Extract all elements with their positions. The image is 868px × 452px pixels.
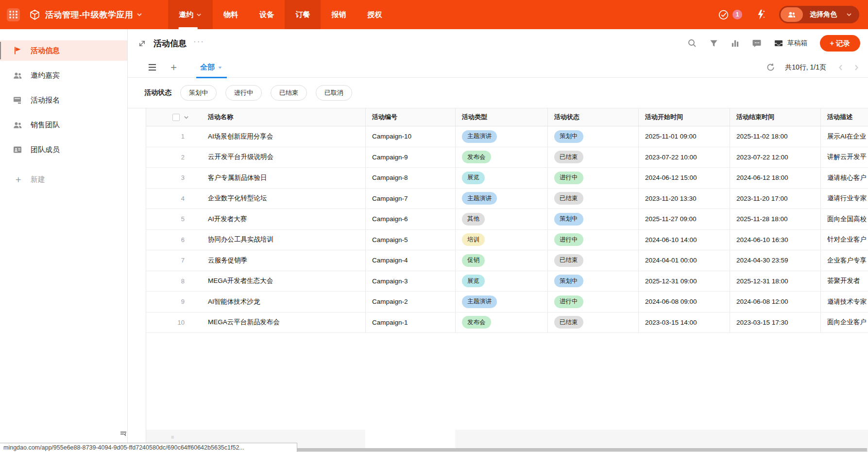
cell-start-time: 2025-11-01 09:00	[638, 126, 730, 147]
select-role-button[interactable]: 选择角色	[779, 6, 859, 23]
select-all-checkbox[interactable]	[172, 114, 180, 121]
nav-tab-3[interactable]: 设备	[249, 0, 285, 29]
ai-assistant-icon[interactable]	[755, 9, 766, 20]
type-tag: 发布会	[462, 316, 491, 329]
table-row[interactable]: 7云服务促销季Campaign-4促销已结束2024-04-01 00:0020…	[146, 250, 868, 271]
cell-activity-status: 进行中	[547, 292, 638, 312]
sidebar-item-1[interactable]: 活动信息	[0, 40, 127, 61]
summary-icon: ≡	[171, 434, 174, 440]
cell-end-time: 2025-11-28 18:00	[730, 209, 820, 229]
nav-caret-icon	[196, 12, 202, 18]
app-logo-icon[interactable]	[29, 9, 41, 21]
cell-activity-name: 客户专属新品体验日	[202, 174, 365, 182]
row-number: 9	[151, 298, 185, 305]
select-role-label: 选择角色	[810, 10, 837, 19]
draft-box-icon	[774, 38, 783, 48]
active-item-bar	[0, 42, 1, 59]
form-icon	[13, 95, 23, 105]
nav-tab-5[interactable]: 报销	[321, 0, 357, 29]
tab-all-records[interactable]: 全部	[200, 57, 223, 78]
status-tag: 进行中	[554, 296, 583, 308]
column-header-2[interactable]: 活动编号	[365, 108, 455, 126]
column-header-6[interactable]: 活动结束时间	[730, 108, 820, 126]
statistics-icon[interactable]	[731, 39, 740, 48]
filter-chip-4[interactable]: 已取消	[316, 85, 352, 101]
cell-activity-status: 已结束	[547, 189, 638, 209]
app-section-nav: 邀约物料设备订餐报销授权	[168, 0, 392, 29]
new-record-button[interactable]: + 记录	[820, 35, 861, 52]
cell-activity-code: Campaign-4	[365, 250, 455, 271]
nav-tab-label: 设备	[259, 10, 274, 19]
new-worksheet-button[interactable]: ＋ 新建	[0, 170, 127, 189]
quick-filter-bar: 活动状态 策划中进行中已结束已取消	[128, 78, 868, 108]
cell-activity-type: 发布会	[455, 313, 547, 333]
column-header-7[interactable]: 活动描述	[820, 108, 868, 126]
column-header-1[interactable]: 活动名称	[202, 113, 365, 122]
cell-start-time: 2025-12-31 09:00	[638, 271, 730, 292]
nav-tab-1[interactable]: 邀约	[168, 0, 213, 29]
status-tag: 已结束	[554, 254, 583, 267]
cell-activity-name: MEGA开发者生态大会	[202, 277, 365, 285]
filter-chip-1[interactable]: 策划中	[180, 85, 217, 101]
cell-end-time: 2025-12-31 18:00	[730, 271, 820, 292]
next-page-icon[interactable]	[852, 64, 860, 71]
app-switch-caret-icon[interactable]	[136, 11, 143, 18]
column-header-5[interactable]: 活动开始时间	[638, 108, 730, 126]
expand-icon[interactable]	[137, 39, 147, 48]
table-row[interactable]: 8MEGA开发者生态大会Campaign-3展览策划中2025-12-31 09…	[146, 271, 868, 292]
column-header-4[interactable]: 活动状态	[547, 108, 638, 126]
plus-icon: ＋	[14, 173, 23, 186]
table-row[interactable]: 2云开发平台升级说明会Campaign-9发布会已结束2023-07-22 10…	[146, 147, 868, 168]
cell-activity-name: MEGA云平台新品发布会	[202, 318, 365, 327]
row-select-cell: 8	[146, 278, 202, 285]
top-app-bar: 活动管理-中级教学应用 邀约物料设备订餐报销授权 1 选择角色	[0, 0, 868, 29]
filter-field-label: 活动状态	[144, 88, 171, 97]
sidebar-item-3[interactable]: 活动报名	[0, 90, 127, 110]
cell-end-time: 2024-06-10 16:30	[730, 230, 820, 250]
refresh-icon[interactable]	[766, 63, 775, 72]
table-row[interactable]: 3客户专属新品体验日Campaign-8展览进行中2024-06-12 15:0…	[146, 168, 868, 189]
sidebar-item-4[interactable]: 销售团队	[0, 115, 127, 135]
app-grid-icon[interactable]	[7, 8, 20, 21]
column-header-3[interactable]: 活动类型	[455, 108, 547, 126]
table-row[interactable]: 4企业数字化转型论坛Campaign-7主题演讲已结束2023-11-20 13…	[146, 189, 868, 209]
table-row[interactable]: 1AI场景创新应用分享会Campaign-10主题演讲策划中2025-11-01…	[146, 126, 868, 147]
cell-activity-name: 云开发平台升级说明会	[202, 153, 365, 161]
cell-activity-status: 进行中	[547, 168, 638, 188]
grid-summary-cell[interactable]	[455, 430, 868, 448]
collapse-sidebar-icon[interactable]	[119, 431, 127, 437]
cell-end-time: 2023-11-20 17:00	[730, 189, 820, 209]
nav-tab-label: 授权	[367, 10, 382, 19]
nav-tab-label: 订餐	[295, 10, 310, 19]
cell-description: 针对企业客户	[820, 230, 868, 250]
draft-box-button[interactable]: 草稿箱	[774, 38, 808, 48]
sidebar-item-2[interactable]: 邀约嘉宾	[0, 65, 127, 86]
header-caret-icon[interactable]	[183, 114, 189, 121]
filter-chip-2[interactable]: 进行中	[225, 85, 262, 101]
nav-tab-6[interactable]: 授权	[357, 0, 392, 29]
row-select-cell: 10	[146, 319, 202, 326]
prev-page-icon[interactable]	[837, 64, 845, 71]
sidebar-item-label: 活动信息	[31, 46, 60, 55]
add-view-icon[interactable]: ＋	[169, 62, 179, 73]
table-row[interactable]: 6协同办公工具实战培训Campaign-5培训进行中2024-06-10 14:…	[146, 230, 868, 251]
table-row[interactable]: 10MEGA云平台新品发布会Campaign-1发布会已结束2023-03-15…	[146, 313, 868, 333]
filter-chip-3[interactable]: 已结束	[271, 85, 307, 101]
sidebar-item-5[interactable]: 团队成员	[0, 139, 127, 160]
todo-check-icon[interactable]	[718, 9, 729, 20]
cell-activity-type: 主题演讲	[455, 189, 547, 209]
more-menu-icon[interactable]: ···	[193, 37, 204, 50]
row-number: 7	[151, 257, 185, 264]
cell-activity-name: 云服务促销季	[202, 256, 365, 265]
filter-icon[interactable]	[709, 39, 718, 48]
table-row[interactable]: 5AI开发者大赛Campaign-6其他策划中2025-11-27 09:002…	[146, 209, 868, 230]
notification-badge[interactable]: 1	[732, 10, 742, 19]
nav-tab-4[interactable]: 订餐	[285, 0, 321, 29]
cell-activity-type: 主题演讲	[455, 292, 547, 312]
nav-tab-2[interactable]: 物料	[213, 0, 249, 29]
search-icon[interactable]	[687, 38, 697, 48]
discussion-icon[interactable]	[752, 38, 762, 48]
view-list-icon[interactable]	[148, 63, 157, 71]
cell-start-time: 2025-11-27 09:00	[638, 209, 730, 229]
table-row[interactable]: 9AI智能体技术沙龙Campaign-2主题演讲进行中2024-06-08 09…	[146, 292, 868, 313]
